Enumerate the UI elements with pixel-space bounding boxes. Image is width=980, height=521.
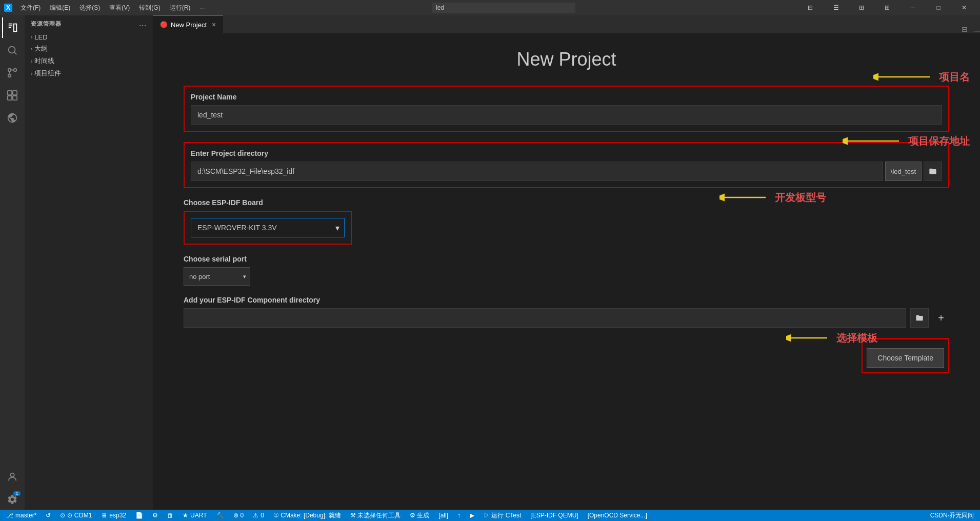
- status-csdn[interactable]: CSDN·乔无同问: [928, 511, 976, 520]
- new-project-panel: New Project Project Name Enter Project d…: [153, 33, 980, 510]
- status-port[interactable]: ⊙ ⊙ COM1: [58, 512, 94, 519]
- status-generate[interactable]: ⚙ 生成: [408, 511, 431, 520]
- status-idf-qemu[interactable]: [ESP-IDF QEMU]: [528, 512, 580, 519]
- minimize-btn[interactable]: ─: [901, 0, 925, 15]
- sync-icon: ↺: [46, 512, 51, 519]
- serial-select[interactable]: no port COM1 COM2: [184, 267, 250, 286]
- openocd-text: [OpenOCD Service...]: [588, 512, 647, 519]
- sidebar-more-btn[interactable]: ...: [139, 19, 147, 28]
- main-layout: 1 资源管理器 ... › LED › 大纲 › 时间线 › 项目组件: [0, 15, 980, 510]
- status-all[interactable]: [all]: [436, 512, 450, 519]
- status-bar: ⎇ master* ↺ ⊙ ⊙ COM1 🖥 esp32 📄 ⚙ 🗑 ★ UAR…: [0, 510, 980, 521]
- browse-folder-btn[interactable]: [924, 162, 942, 181]
- svg-rect-6: [13, 91, 17, 95]
- sidebar-title: 资源管理器: [31, 20, 62, 28]
- page-title: New Project: [184, 49, 949, 70]
- status-run-btn[interactable]: ▶: [468, 512, 476, 519]
- component-section: Add your ESP-IDF Component directory +: [184, 296, 949, 328]
- title-search-input[interactable]: [432, 3, 575, 13]
- component-input[interactable]: [184, 308, 906, 328]
- window-controls: ⊟ ☰ ⊞ ⊞ ─ □ ✕: [798, 0, 976, 15]
- serial-label: Choose serial port: [184, 255, 949, 263]
- toggle-sidebar-btn[interactable]: ⊟: [798, 0, 822, 15]
- status-no-tool[interactable]: ⚒ 未选择任何工具: [348, 511, 403, 520]
- project-name-label: Project Name: [191, 93, 942, 101]
- status-branch[interactable]: ⎇ master*: [4, 512, 38, 519]
- status-errors[interactable]: ⊗ 0: [231, 512, 246, 519]
- sidebar-item-components-label: 项目组件: [34, 69, 61, 78]
- component-label: Add your ESP-IDF Component directory: [184, 296, 949, 304]
- choose-template-btn[interactable]: Choose Template: [867, 348, 944, 368]
- activity-settings-icon[interactable]: 1: [2, 489, 23, 510]
- tab-split-icon[interactable]: ⊟: [957, 25, 972, 33]
- activity-user-icon[interactable]: [2, 467, 23, 487]
- menu-edit[interactable]: 编辑(E): [46, 3, 74, 13]
- menu-view[interactable]: 查看(V): [105, 3, 134, 13]
- activity-explorer-icon[interactable]: [2, 17, 23, 38]
- sidebar: 资源管理器 ... › LED › 大纲 › 时间线 › 项目组件: [25, 15, 153, 510]
- tab-close-btn[interactable]: ×: [212, 21, 216, 29]
- title-search: [213, 3, 794, 13]
- menu-select[interactable]: 选择(S): [75, 3, 104, 13]
- port-icon: ⊙: [60, 512, 65, 519]
- project-dir-section: Enter Project directory \led_test: [184, 142, 949, 188]
- status-upload-btn[interactable]: ↑: [455, 512, 463, 519]
- component-browse-btn[interactable]: [910, 308, 929, 328]
- close-btn[interactable]: ✕: [952, 0, 976, 15]
- editor-area: 🔴 New Project × ⊟ ... New Project Projec…: [153, 15, 980, 510]
- status-file-icon[interactable]: 📄: [133, 512, 145, 519]
- sidebar-item-led-label: LED: [34, 33, 47, 41]
- activity-bar: 1: [0, 15, 25, 510]
- menu-run[interactable]: 运行(R): [166, 3, 195, 13]
- sidebar-item-timeline[interactable]: › 时间线: [25, 55, 153, 67]
- status-sync[interactable]: ↺: [44, 512, 53, 519]
- svg-point-0: [9, 47, 15, 53]
- status-openocd[interactable]: [OpenOCD Service...]: [586, 512, 649, 519]
- menu-bar[interactable]: 文件(F) 编辑(E) 选择(S) 查看(V) 转到(G) 运行(R) ...: [16, 3, 209, 13]
- board-select-wrapper: ESP-WROVER-KIT 3.3V ESP32-DevKitC ESP32-…: [191, 218, 345, 237]
- board-select-container: ESP-WROVER-KIT 3.3V ESP32-DevKitC ESP32-…: [184, 211, 352, 245]
- port-name: ⊙ COM1: [67, 512, 92, 519]
- split-editor-btn[interactable]: ⊞: [850, 0, 873, 15]
- activity-git-icon[interactable]: [2, 63, 23, 83]
- sidebar-item-led[interactable]: › LED: [25, 32, 153, 43]
- status-cmake[interactable]: ① CMake: [Debug]: 就绪: [271, 511, 343, 520]
- toggle-panel-btn[interactable]: ☰: [824, 0, 848, 15]
- board-select[interactable]: ESP-WROVER-KIT 3.3V ESP32-DevKitC ESP32-…: [191, 218, 345, 237]
- status-settings[interactable]: ⚙: [150, 512, 160, 519]
- status-run-ctest[interactable]: ▷ 运行 CTest: [482, 511, 523, 520]
- activity-remote-icon[interactable]: [2, 108, 23, 128]
- template-row: Choose Template: [184, 338, 949, 373]
- new-project-tab[interactable]: 🔴 New Project ×: [153, 15, 223, 33]
- sidebar-item-timeline-label: 时间线: [34, 56, 54, 66]
- sidebar-header: 资源管理器 ...: [25, 15, 153, 32]
- activity-search-icon[interactable]: [2, 40, 23, 61]
- status-uart[interactable]: ★ UART: [181, 512, 209, 519]
- project-name-input[interactable]: [191, 105, 942, 125]
- svg-point-2: [8, 69, 11, 72]
- status-trash[interactable]: 🗑: [165, 512, 175, 519]
- menu-goto[interactable]: 转到(G): [135, 3, 164, 13]
- status-build-icon[interactable]: 🔨: [214, 512, 226, 519]
- sidebar-item-outline[interactable]: › 大纲: [25, 43, 153, 55]
- tab-icon: 🔴: [160, 21, 168, 28]
- uart-label: UART: [190, 512, 207, 519]
- menu-file[interactable]: 文件(F): [16, 3, 45, 13]
- status-warnings[interactable]: ⚠ 0: [251, 512, 266, 519]
- sidebar-item-components[interactable]: › 项目组件: [25, 67, 153, 79]
- status-chip[interactable]: 🖥 esp32: [99, 512, 128, 519]
- run-ctest-text: ▷ 运行 CTest: [484, 511, 521, 520]
- content-area: New Project Project Name Enter Project d…: [153, 33, 980, 510]
- menu-more[interactable]: ...: [195, 3, 209, 13]
- tab-more-btn[interactable]: ...: [974, 25, 980, 33]
- project-dir-input[interactable]: [191, 162, 883, 181]
- directory-row: \led_test: [191, 162, 942, 181]
- customize-layout-btn[interactable]: ⊞: [875, 0, 899, 15]
- settings-badge: 1: [13, 491, 21, 496]
- all-text: [all]: [438, 512, 448, 519]
- maximize-btn[interactable]: □: [927, 0, 950, 15]
- component-add-btn[interactable]: +: [933, 310, 949, 326]
- activity-extensions-icon[interactable]: [2, 85, 23, 106]
- sidebar-header-actions: ...: [139, 19, 147, 28]
- star-icon: ★: [183, 512, 188, 519]
